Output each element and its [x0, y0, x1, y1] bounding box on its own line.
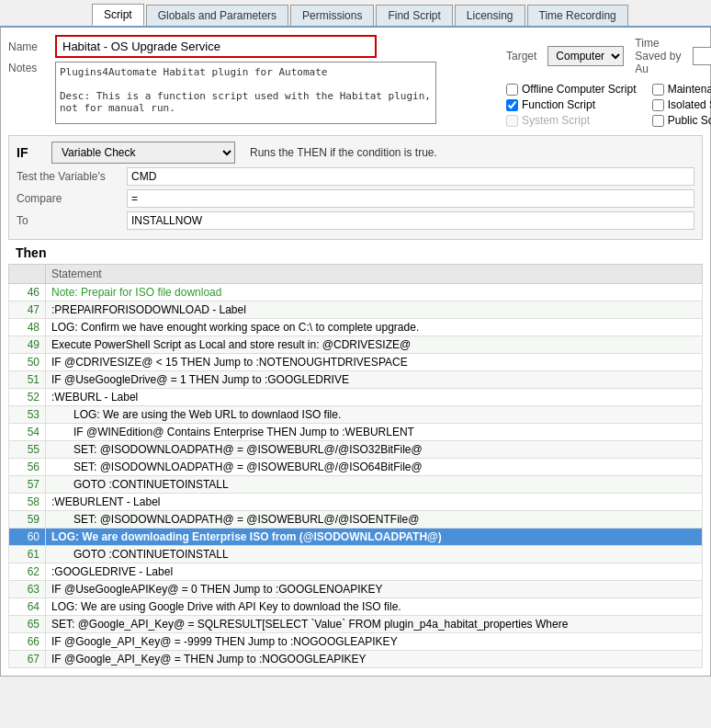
statement-text: LOG: We are using the Web URL to downlao… — [46, 406, 703, 424]
if-row: IFVariable CheckRuns the THEN if the con… — [17, 142, 694, 164]
line-number: 63 — [9, 581, 46, 598]
statement-text: SET: @Google_API_Key@ = SQLRESULT[SELECT… — [46, 616, 703, 633]
line-number: 57 — [9, 476, 46, 494]
name-label: Name — [8, 40, 50, 53]
notes-label: Notes — [8, 62, 50, 74]
notes-textarea[interactable]: Plugins4Automate Habitat plugin for Auto… — [55, 62, 436, 124]
time-saved-label: Time Saved by Au — [635, 37, 682, 75]
statement-text: LOG: We are using Google Drive with API … — [46, 598, 703, 616]
table-row[interactable]: 49Execute PowerShell Script as Local and… — [9, 336, 703, 354]
line-number: 52 — [9, 389, 46, 406]
table-row[interactable]: 65SET: @Google_API_Key@ = SQLRESULT[SELE… — [9, 616, 703, 633]
table-row[interactable]: 55SET: @ISODOWNLOADPATH@ = @ISOWEBURL@/@… — [9, 441, 703, 459]
table-row[interactable]: 57GOTO :CONTINUETOINSTALL — [9, 476, 703, 494]
if-field-value[interactable] — [127, 211, 694, 230]
checkbox-row-public: Public Script — [652, 114, 711, 127]
tab-permissions[interactable]: Permissions — [290, 5, 374, 26]
table-row[interactable]: 56SET: @ISODOWNLOADPATH@ = @ISOWEBURL@/@… — [9, 459, 703, 476]
line-number: 50 — [9, 354, 46, 371]
statement-text: GOTO :CONTINUETOINSTALL — [46, 546, 703, 563]
checkbox-isolated[interactable] — [652, 99, 664, 111]
tabs-bar: ScriptGlobals and ParametersPermissionsF… — [0, 0, 711, 28]
line-number: 66 — [9, 633, 46, 651]
checkbox-row-isolated: Isolated Script — [652, 98, 711, 111]
if-label: IF — [17, 145, 44, 160]
table-row[interactable]: 48LOG: Confirm we have enought working s… — [9, 319, 703, 336]
line-number: 58 — [9, 494, 46, 511]
time-saved-input[interactable] — [693, 47, 711, 65]
statement-text: IF @UseGoogleAPIKey@ = 0 THEN Jump to :G… — [46, 581, 703, 598]
table-row[interactable]: 53LOG: We are using the Web URL to downl… — [9, 406, 703, 424]
tab-licensing[interactable]: Licensing — [455, 5, 525, 26]
checkbox-label-offline: Offline Computer Script — [522, 83, 637, 96]
checkbox-public[interactable] — [652, 115, 664, 127]
table-row[interactable]: 50IF @CDRIVESIZE@ < 15 THEN Jump to :NOT… — [9, 354, 703, 371]
statement-text: :WEBURLENT - Label — [46, 494, 703, 511]
checkbox-label-function: Function Script — [522, 98, 595, 111]
statement-text: Execute PowerShell Script as Local and s… — [46, 336, 703, 354]
line-number: 48 — [9, 319, 46, 336]
table-row[interactable]: 47:PREPAIRFORISODOWNLOAD - Label — [9, 301, 703, 319]
table-header-0 — [9, 265, 46, 284]
table-row[interactable]: 67IF @Google_API_Key@ = THEN Jump to :NO… — [9, 651, 703, 668]
checkbox-maintenance[interactable] — [652, 84, 664, 96]
statement-text: SET: @ISODOWNLOADPATH@ = @ISOWEBURL@/@IS… — [46, 511, 703, 529]
if-field-label: Compare — [17, 192, 127, 205]
name-input[interactable] — [55, 35, 377, 58]
table-row[interactable]: 62:GOOGLEDRIVE - Label — [9, 563, 703, 581]
checkbox-row-offline: Offline Computer Script — [506, 83, 638, 96]
line-number: 54 — [9, 424, 46, 441]
statement-text: SET: @ISODOWNLOADPATH@ = @ISOWEBURL@/@IS… — [46, 441, 703, 459]
target-select[interactable]: ComputerClientLocation — [547, 46, 624, 66]
statement-text: LOG: We are downloading Enterprise ISO f… — [46, 529, 703, 546]
statement-text: SET: @ISODOWNLOADPATH@ = @ISOWEBURL@/@IS… — [46, 459, 703, 476]
statement-text: LOG: Confirm we have enought working spa… — [46, 319, 703, 336]
table-row[interactable]: 54IF @WINEdition@ Contains Enterprise TH… — [9, 424, 703, 441]
tab-find[interactable]: Find Script — [376, 5, 452, 26]
line-number: 51 — [9, 371, 46, 389]
if-field-row: Compare — [17, 189, 694, 208]
line-number: 49 — [9, 336, 46, 354]
tab-recording[interactable]: Time Recording — [527, 5, 628, 26]
line-number: 59 — [9, 511, 46, 529]
if-field-row: Test the Variable's — [17, 167, 694, 186]
tab-script[interactable]: Script — [92, 4, 144, 26]
table-row[interactable]: 60LOG: We are downloading Enterprise ISO… — [9, 529, 703, 546]
table-row[interactable]: 52:WEBURL - Label — [9, 389, 703, 406]
if-field-value[interactable] — [127, 167, 694, 186]
statement-text: Note: Prepair for ISO file download — [46, 284, 703, 301]
line-number: 53 — [9, 406, 46, 424]
checkbox-offline[interactable] — [506, 84, 518, 96]
if-field-row: To — [17, 211, 694, 230]
checkbox-function[interactable] — [506, 99, 518, 111]
statement-text: :GOOGLEDRIVE - Label — [46, 563, 703, 581]
table-row[interactable]: 59SET: @ISODOWNLOADPATH@ = @ISOWEBURL@/@… — [9, 511, 703, 529]
table-header-1: Statement — [46, 265, 703, 284]
target-row: TargetComputerClientLocationTime Saved b… — [506, 37, 711, 75]
table-row[interactable]: 63IF @UseGoogleAPIKey@ = 0 THEN Jump to … — [9, 581, 703, 598]
line-number: 62 — [9, 563, 46, 581]
if-condition-select[interactable]: Variable Check — [51, 142, 235, 164]
table-row[interactable]: 58:WEBURLENT - Label — [9, 494, 703, 511]
checkbox-row-maintenance: Maintenance Script — [652, 83, 711, 96]
line-number: 46 — [9, 284, 46, 301]
table-row[interactable]: 66IF @Google_API_Key@ = -9999 THEN Jump … — [9, 633, 703, 651]
line-number: 60 — [9, 529, 46, 546]
table-row[interactable]: 64LOG: We are using Google Drive with AP… — [9, 598, 703, 616]
header-row: NameNotesPlugins4Automate Habitat plugin… — [8, 35, 703, 130]
line-number: 64 — [9, 598, 46, 616]
table-row[interactable]: 46Note: Prepair for ISO file download — [9, 284, 703, 301]
table-row[interactable]: 51IF @UseGoogleDrive@ = 1 THEN Jump to :… — [9, 371, 703, 389]
if-field-value[interactable] — [127, 189, 694, 208]
line-number: 47 — [9, 301, 46, 319]
checkbox-row-function: Function Script — [506, 98, 638, 111]
statement-text: IF @WINEdition@ Contains Enterprise THEN… — [46, 424, 703, 441]
statement-text: GOTO :CONTINUETOINSTALL — [46, 476, 703, 494]
checkboxes-container: Offline Computer ScriptMaintenance Scrip… — [506, 83, 711, 127]
main-container: ScriptGlobals and ParametersPermissionsF… — [0, 0, 711, 677]
tab-globals[interactable]: Globals and Parameters — [146, 5, 288, 26]
checkbox-label-isolated: Isolated Script — [668, 98, 711, 111]
statement-table: Statement46Note: Prepair for ISO file do… — [8, 264, 703, 668]
checkbox-label-maintenance: Maintenance Script — [668, 83, 711, 96]
table-row[interactable]: 61GOTO :CONTINUETOINSTALL — [9, 546, 703, 563]
